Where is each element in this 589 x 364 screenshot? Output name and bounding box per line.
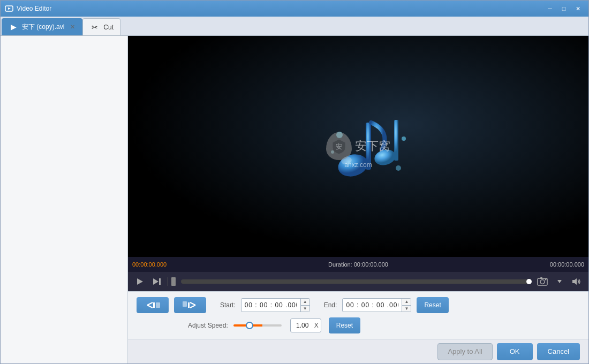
svg-rect-24 [153,302,155,308]
svg-text:安: 安 [336,143,342,150]
action-bar: Apply to All OK Cancel [128,339,588,363]
play-to-end-button[interactable] [149,274,164,289]
position-marker [171,277,176,286]
speed-unit: X [314,322,321,329]
svg-line-29 [190,305,195,308]
svg-rect-14 [159,278,161,285]
svg-rect-26 [183,301,187,307]
speed-reset-button[interactable]: Reset [329,317,360,333]
main-content: 安 安下窝 anxz.com 00:00:00.000 Duration: 00… [1,36,588,363]
end-label: End: [324,301,337,309]
cut-tab-icon: ✂ [89,22,100,32]
start-time-input-wrap[interactable]: ▲ ▼ [241,298,310,312]
svg-point-16 [540,280,545,284]
start-time-down[interactable]: ▼ [301,306,309,312]
cut-tab-label: Cut [103,24,114,31]
speed-row: Adjust Speed: X Reset [137,317,580,333]
ok-button[interactable]: OK [497,343,533,360]
edit-controls: Start: ▲ ▼ End: ▲ [128,291,588,339]
tab-cut[interactable]: ✂ Cut [82,18,120,35]
svg-line-28 [190,302,195,305]
time-start: 00:00:00.000 [132,261,167,268]
speed-value-wrap: X [290,318,321,332]
end-time-input-wrap[interactable]: ▲ ▼ [342,298,411,312]
controls-separator [168,277,168,286]
svg-marker-20 [572,278,577,285]
title-bar: Video Editor ─ □ ✕ [1,1,588,17]
maximize-button[interactable]: □ [557,4,570,13]
svg-rect-17 [540,277,542,279]
svg-rect-25 [156,302,160,308]
progress-handle[interactable] [526,279,532,284]
speed-slider[interactable] [233,324,282,327]
left-panel [1,36,128,363]
start-label: Start: [220,301,236,309]
file-tab-icon: ▶ [8,22,19,32]
start-time-input[interactable] [241,301,300,309]
close-button[interactable]: ✕ [571,4,584,13]
minimize-button[interactable]: ─ [543,4,556,13]
watermark-text: 安下窝 [355,138,390,154]
time-reset-button[interactable]: Reset [417,297,448,313]
svg-point-18 [545,279,547,280]
start-time-up[interactable]: ▲ [301,299,309,305]
svg-marker-19 [557,280,562,283]
end-time-spinners: ▲ ▼ [402,299,411,312]
screenshot-button[interactable] [535,274,550,289]
cut-right-button[interactable] [174,297,206,313]
timeline-bar: 00:00:00.000 Duration: 00:00:00.000 00:0… [128,257,588,272]
controls-bar [128,272,588,291]
start-time-spinners: ▲ ▼ [300,299,309,312]
watermark: 安 安下窝 anxz.com [326,132,390,169]
svg-marker-1 [8,7,11,10]
time-duration: Duration: 00:00:00.000 [328,261,388,268]
video-player[interactable]: 安 安下窝 anxz.com [128,36,588,257]
cancel-button[interactable]: Cancel [537,343,580,360]
adjust-speed-label: Adjust Speed: [188,322,228,329]
play-button[interactable] [132,274,147,289]
window-title: Video Editor [17,5,543,12]
volume-button[interactable] [569,274,584,289]
end-time-up[interactable]: ▲ [402,299,411,305]
file-tab-close[interactable]: ✕ [69,23,76,31]
end-time-input[interactable] [343,301,402,309]
window-controls: ─ □ ✕ [543,4,584,13]
progress-bar[interactable] [181,279,530,284]
svg-point-7 [402,136,406,141]
speed-value-input[interactable] [291,322,314,329]
svg-rect-27 [188,302,190,308]
main-window: Video Editor ─ □ ✕ ▶ 安下 (copy).avi ✕ ✂ C… [0,0,589,364]
svg-marker-12 [137,278,143,285]
apply-to-all-button[interactable]: Apply to All [437,343,492,360]
watermark-shield-icon: 安 [326,132,352,160]
file-tab-label: 安下 (copy).avi [22,22,64,32]
svg-marker-13 [153,278,158,285]
cut-left-button[interactable] [137,297,169,313]
cut-row: Start: ▲ ▼ End: ▲ [137,297,580,313]
svg-rect-5 [394,120,398,161]
right-controls [535,274,584,289]
video-section: 安 安下窝 anxz.com 00:00:00.000 Duration: 00… [128,36,588,363]
svg-point-9 [396,165,401,171]
app-icon [5,4,13,13]
time-end: 00:00:00.000 [550,261,584,268]
tab-file[interactable]: ▶ 安下 (copy).avi ✕ [2,18,82,35]
screenshot-arrow-button[interactable] [552,274,567,289]
tab-bar: ▶ 安下 (copy).avi ✕ ✂ Cut [1,17,588,36]
end-time-down[interactable]: ▼ [402,306,411,312]
watermark-subtext: anxz.com [344,161,372,169]
